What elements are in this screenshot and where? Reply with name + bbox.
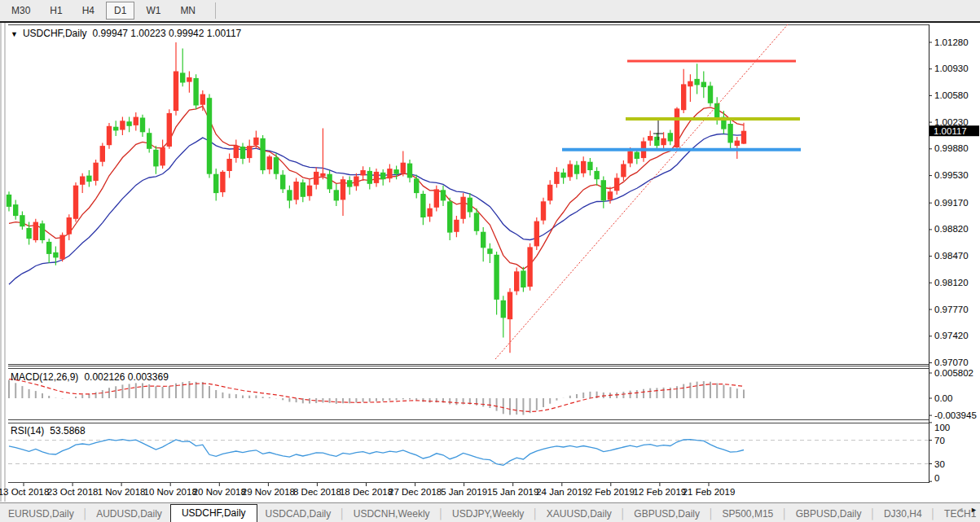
tab-separator: │ xyxy=(869,508,876,522)
svg-text:18 Dec 2018: 18 Dec 2018 xyxy=(340,487,393,497)
chevron-down-icon[interactable]: ▼ xyxy=(11,30,18,38)
tab-separator: │ xyxy=(82,508,89,522)
trading-terminal-window: M30H1H4D1W1MN ▼USDCHF,Daily0.99947 1.002… xyxy=(0,0,980,522)
svg-text:0.00: 0.00 xyxy=(934,393,952,403)
svg-text:5 Jan 2019: 5 Jan 2019 xyxy=(441,487,487,497)
trendline-object[interactable] xyxy=(495,24,788,359)
symbol-tab-bar: EURUSD,Daily│AUDUSD,DailyUSDCHF,DailyUSD… xyxy=(0,502,980,522)
candles-series xyxy=(7,42,746,353)
svg-text:13 Oct 2018: 13 Oct 2018 xyxy=(0,487,49,497)
rsi-line xyxy=(9,440,744,466)
svg-text:12 Feb 2019: 12 Feb 2019 xyxy=(634,487,687,497)
tab-separator: │ xyxy=(532,508,538,522)
tab-separator: │ xyxy=(620,508,626,522)
svg-text:0.97770: 0.97770 xyxy=(934,305,969,314)
ma-fast-line xyxy=(9,106,744,269)
svg-text:24 Jan 2019: 24 Jan 2019 xyxy=(536,487,587,497)
svg-text:10 Nov 2018: 10 Nov 2018 xyxy=(144,487,197,497)
tab-eurusd-daily[interactable]: EURUSD,Daily xyxy=(0,506,82,522)
svg-text:0.98470: 0.98470 xyxy=(934,251,969,261)
tab-scroll-right-icon[interactable]: ► xyxy=(970,506,978,514)
timeframe-button-h1[interactable]: H1 xyxy=(42,2,70,20)
date-axis[interactable]: 13 Oct 201823 Oct 20181 Nov 201810 Nov 2… xyxy=(0,483,735,497)
rsi-value: 53.5868 xyxy=(50,425,85,436)
svg-text:15 Jan 2019: 15 Jan 2019 xyxy=(487,487,538,497)
tab-sp500-m15[interactable]: SP500,M15 xyxy=(714,506,782,522)
svg-text:1.00580: 1.00580 xyxy=(934,90,969,100)
tab-separator: │ xyxy=(930,508,937,522)
macd-axis[interactable]: 0.0058020.00-0.003945 xyxy=(929,368,977,420)
timeframe-button-w1[interactable]: W1 xyxy=(138,2,169,20)
macd-histogram xyxy=(9,380,744,415)
svg-text:0.97420: 0.97420 xyxy=(934,331,969,340)
svg-text:0.99880: 0.99880 xyxy=(934,143,969,153)
rsi-axis[interactable]: 10070300 xyxy=(929,423,950,483)
svg-text:20 Nov 2018: 20 Nov 2018 xyxy=(193,487,246,497)
macd-signal-line xyxy=(9,379,744,412)
svg-text:100: 100 xyxy=(934,423,950,432)
macd-indicator-label: MACD(12,26,9)0.002126 0.003369 xyxy=(11,371,169,383)
svg-text:0.005802: 0.005802 xyxy=(934,368,973,378)
svg-text:30: 30 xyxy=(934,459,945,469)
current-price-tag: 1.00117 xyxy=(929,125,979,136)
svg-text:2 Feb 2019: 2 Feb 2019 xyxy=(587,487,635,497)
svg-text:8 Dec 2018: 8 Dec 2018 xyxy=(293,487,341,497)
toolbar-separator xyxy=(215,2,216,19)
tab-gbpusd-daily[interactable]: GBPUSD,Daily xyxy=(788,506,870,522)
chart-ohlc-values: 0.99947 1.00223 0.99942 1.00117 xyxy=(93,28,242,39)
tab-separator: │ xyxy=(438,508,445,522)
tab-separator: │ xyxy=(339,508,345,522)
tab-scroll-arrows: ◄ ► xyxy=(956,506,978,514)
svg-text:-0.003945: -0.003945 xyxy=(934,410,977,420)
svg-text:21 Feb 2019: 21 Feb 2019 xyxy=(683,487,736,497)
tab-scroll-left-icon[interactable]: ◄ xyxy=(956,506,964,514)
rsi-name: RSI(14) xyxy=(11,425,44,436)
timeframe-button-mn[interactable]: MN xyxy=(172,2,204,20)
chart-canvas[interactable]: 1.012801.009301.005801.002300.998800.995… xyxy=(0,23,980,502)
timeframe-button-d1[interactable]: D1 xyxy=(106,2,134,20)
macd-name: MACD(12,26,9) xyxy=(11,371,78,383)
timeframe-button-h4[interactable]: H4 xyxy=(74,2,103,20)
svg-text:0.98820: 0.98820 xyxy=(934,224,969,234)
svg-text:70: 70 xyxy=(934,436,945,445)
panel-borders xyxy=(1,23,929,502)
tab-usdchf-daily[interactable]: USDCHF,Daily xyxy=(170,504,257,522)
tab-usdcnh-weekly[interactable]: USDCNH,Weekly xyxy=(345,506,438,522)
tab-gbpusd-daily[interactable]: GBPUSD,Daily xyxy=(626,506,708,522)
svg-text:1.01280: 1.01280 xyxy=(934,37,969,47)
tab-dj30-h4[interactable]: DJ30,H4 xyxy=(876,506,930,522)
rsi-indicator-label: RSI(14)53.5868 xyxy=(11,425,86,436)
tab-separator: │ xyxy=(708,508,714,522)
timeframe-button-m30[interactable]: M30 xyxy=(3,2,38,20)
ma-slow-line xyxy=(9,134,744,284)
svg-text:0.98120: 0.98120 xyxy=(934,278,969,287)
svg-text:1.00930: 1.00930 xyxy=(934,64,969,73)
chart-symbol-period: USDCHF,Daily xyxy=(23,28,87,39)
svg-text:0.99530: 0.99530 xyxy=(934,170,969,180)
svg-text:23 Oct 2018: 23 Oct 2018 xyxy=(47,487,99,497)
tab-audusd-daily[interactable]: AUDUSD,Daily xyxy=(88,506,170,522)
svg-text:0.97070: 0.97070 xyxy=(934,358,969,367)
svg-text:29 Nov 2018: 29 Nov 2018 xyxy=(242,487,295,497)
svg-text:1.00117: 1.00117 xyxy=(934,126,967,136)
tab-xauusd-daily[interactable]: XAUUSD,Daily xyxy=(538,506,620,522)
tab-separator: │ xyxy=(781,508,788,522)
tab-usdjpy-weekly[interactable]: USDJPY,Weekly xyxy=(444,506,532,522)
svg-text:27 Dec 2018: 27 Dec 2018 xyxy=(389,487,442,497)
price-axis[interactable]: 1.012801.009301.005801.002300.998800.995… xyxy=(929,37,969,368)
svg-text:0.99170: 0.99170 xyxy=(934,198,969,208)
svg-text:1 Nov 2018: 1 Nov 2018 xyxy=(98,487,146,497)
tab-usdcad-daily[interactable]: USDCAD,Daily xyxy=(257,506,340,522)
macd-values: 0.002126 0.003369 xyxy=(84,371,168,383)
timeframe-toolbar: M30H1H4D1W1MN xyxy=(0,0,980,23)
chart-title: ▼USDCHF,Daily0.99947 1.00223 0.99942 1.0… xyxy=(11,28,241,39)
svg-text:0: 0 xyxy=(934,473,939,483)
